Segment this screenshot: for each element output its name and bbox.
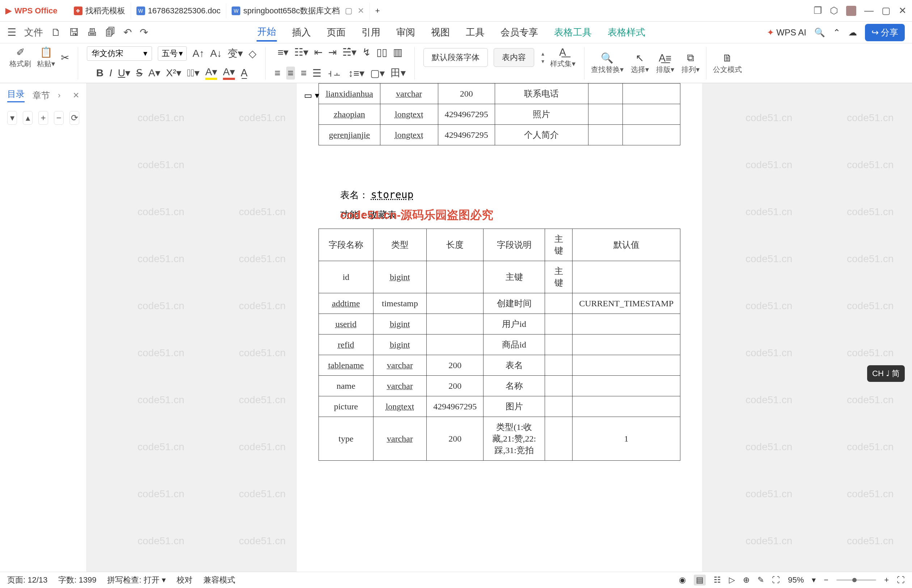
status-compat[interactable]: 兼容模式 [203, 575, 235, 585]
close-window-icon[interactable]: ✕ [899, 5, 907, 16]
app-logo[interactable]: ▶WPS Office [5, 6, 58, 16]
fullscreen-icon[interactable]: ⛶ [897, 575, 905, 585]
status-page[interactable]: 页面: 12/13 [7, 575, 47, 585]
collapse-icon[interactable]: ▾ [7, 111, 17, 125]
box-icon[interactable]: ⬡ [830, 5, 838, 16]
arrange-icon[interactable]: ⧉ [687, 52, 694, 64]
border-icon[interactable]: 田▾ [390, 66, 406, 80]
tab-insert[interactable]: 插入 [292, 24, 312, 41]
distribute-icon[interactable]: ⫞⫠ [327, 67, 342, 79]
shrink-font-icon[interactable]: A↓ [210, 48, 222, 59]
minimize-icon[interactable]: — [864, 5, 874, 16]
sort-icon[interactable]: A͟≡ [659, 52, 671, 64]
tab-reference[interactable]: 引用 [361, 24, 381, 41]
bullets-icon[interactable]: ≡▾ [278, 46, 288, 58]
bold-icon[interactable]: B [96, 67, 104, 79]
new-tab-button[interactable]: + [370, 3, 386, 18]
tab-review[interactable]: 审阅 [395, 24, 416, 41]
table-row[interactable]: picturelongtext4294967295图片 [319, 396, 680, 417]
file-tab-doc1[interactable]: W1678632825306.doc [131, 3, 227, 18]
zoom-value[interactable]: 95% [788, 575, 804, 585]
tab-present-icon[interactable]: ▢ [345, 6, 353, 16]
nav-tab-toc[interactable]: 目录 [7, 88, 24, 102]
redo-icon[interactable]: ↷ [140, 26, 148, 38]
expand-icon[interactable]: ▴ [23, 111, 32, 125]
eye-icon[interactable]: ◉ [679, 575, 686, 585]
table-header-row[interactable]: 字段名称 类型 长度 字段说明 主键 默认值 [319, 229, 680, 261]
undo-icon[interactable]: ↶ [123, 26, 132, 38]
table-row[interactable]: tablenamevarchar200表名 [319, 355, 680, 376]
font-size-select[interactable]: 五号▾ [158, 46, 187, 61]
ime-indicator[interactable]: CH ♩ 简 [867, 365, 905, 382]
numbering-icon[interactable]: ☷▾ [294, 46, 308, 58]
file-tab-templates[interactable]: ❖找稻壳模板 [68, 3, 131, 19]
save-icon[interactable]: 🖫 [69, 26, 79, 38]
official-mode[interactable]: 🗎公文模式 [713, 52, 742, 74]
chevron-up-icon[interactable]: ⌃ [833, 27, 840, 37]
grow-font-icon[interactable]: A↑ [193, 48, 204, 59]
search-icon[interactable]: 🔍 [814, 27, 825, 37]
tab-view[interactable]: 视图 [430, 24, 450, 41]
close-panel-icon[interactable]: ✕ [73, 91, 79, 100]
phonetic-icon[interactable]: ㄨ̌▾ [187, 67, 200, 79]
print-icon[interactable]: 🖶 [87, 26, 97, 38]
align-left-icon[interactable]: ≡ [274, 67, 280, 79]
wps-ai-button[interactable]: ✦ WPS AI [767, 27, 806, 37]
table-row[interactable]: useridbigint用户id [319, 314, 680, 334]
text-box-icon[interactable]: A̲ [241, 67, 248, 79]
style-content[interactable]: 表内容 [494, 48, 534, 67]
dec-indent-icon[interactable]: ⇤ [314, 46, 322, 58]
text-effect-icon[interactable]: A▾ [148, 67, 160, 79]
clear-format-icon[interactable]: ◇ [249, 48, 257, 60]
remove-icon[interactable]: − [54, 111, 64, 125]
table-row[interactable]: refidbigint商品id [319, 334, 680, 355]
style-scroll[interactable]: ▴▾ [541, 50, 544, 65]
change-case-icon[interactable]: 变▾ [228, 47, 243, 60]
file-menu[interactable]: 文件 [24, 26, 43, 39]
more-para-icon[interactable]: ▥ [393, 46, 402, 58]
italic-icon[interactable]: I [109, 67, 112, 79]
superscript-icon[interactable]: X²▾ [166, 67, 181, 79]
table-name-line[interactable]: 表名： storeup [340, 189, 680, 202]
find-icon[interactable]: 🔍 [601, 52, 614, 64]
styles-icon[interactable]: A͟ [559, 46, 566, 58]
db-table-2[interactable]: 字段名称 类型 长度 字段说明 主键 默认值 idbigint主键主键 addt… [319, 229, 680, 461]
align-right-icon[interactable]: ≡ [301, 67, 306, 79]
underline-icon[interactable]: U▾ [118, 67, 130, 79]
strike-icon[interactable]: S̶ [136, 67, 143, 79]
edit-icon[interactable]: ✎ [758, 575, 764, 585]
align-center-icon[interactable]: ≡ [286, 66, 295, 79]
table-row[interactable]: idbigint主键主键 [319, 261, 680, 293]
menu-icon[interactable]: ☰ [7, 26, 16, 38]
align-justify-icon[interactable]: ☰ [312, 67, 321, 79]
refresh-icon[interactable]: ⟳ [70, 111, 79, 125]
share-button[interactable]: ↪ 分享 [865, 24, 905, 41]
table-row[interactable]: typevarchar200类型(1:收藏,21:赞,22:踩,31:竞拍1 [319, 417, 680, 461]
chevron-down-icon[interactable]: ▾ [179, 49, 183, 58]
document-area[interactable]: code51.cn code51.cn code51.cn code51.cn … [87, 83, 912, 572]
focus-icon[interactable]: ⛶ [772, 575, 780, 585]
paste-icon[interactable]: 📋 [40, 46, 52, 58]
ab-icon[interactable]: ↯ [362, 46, 371, 58]
zoom-slider[interactable] [836, 579, 876, 581]
tab-member[interactable]: 会员专享 [500, 24, 539, 41]
web-icon[interactable]: ⊕ [743, 575, 750, 585]
maximize-icon[interactable]: ▢ [881, 5, 891, 16]
file-tab-active[interactable]: Wspringboott658c数据库文档▢✕ [226, 3, 370, 19]
print-preview-icon[interactable]: 🗐 [105, 26, 115, 38]
shading-icon[interactable]: ▢▾ [370, 67, 385, 79]
status-words[interactable]: 字数: 1399 [58, 575, 96, 585]
status-spell[interactable]: 拼写检查: 打开 ▾ [107, 575, 165, 585]
format-brush-icon[interactable]: ✐ [16, 46, 24, 58]
close-icon[interactable]: ✕ [358, 6, 364, 16]
tab-table-tools[interactable]: 表格工具 [553, 24, 593, 41]
nav-tab-chapter[interactable]: 章节 [32, 90, 50, 101]
style-default[interactable]: 默认段落字体 [423, 48, 488, 67]
tab-tools[interactable]: 工具 [465, 24, 485, 41]
cut-icon[interactable]: ✂ [61, 52, 69, 64]
page-view-icon[interactable]: ▤ [694, 575, 706, 585]
select-icon[interactable]: ↖ [635, 52, 644, 64]
copy-window-icon[interactable]: ❐ [813, 5, 822, 16]
cloud-icon[interactable]: ☁ [848, 27, 857, 37]
table-row[interactable]: zhaopianlongtext4294967295照片 [319, 104, 680, 125]
